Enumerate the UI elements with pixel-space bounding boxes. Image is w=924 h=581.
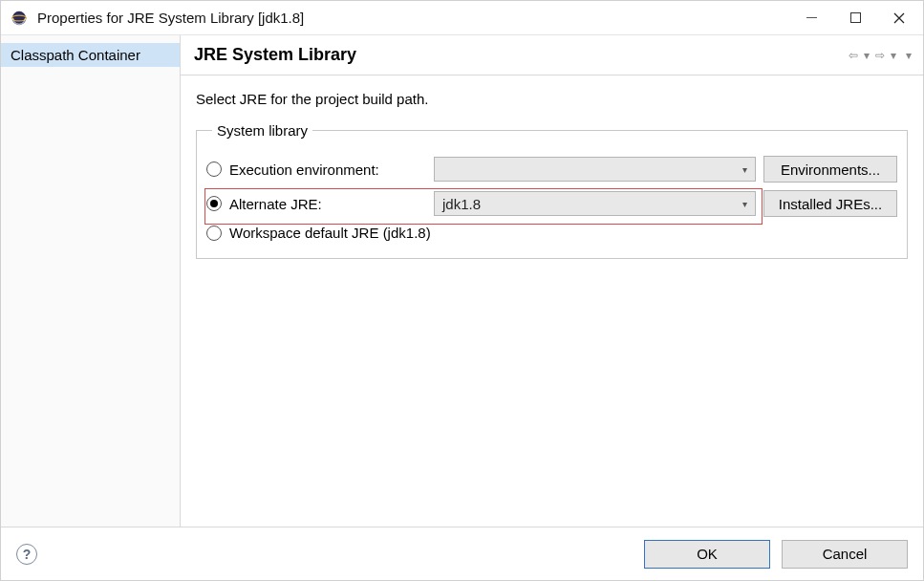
radio-execution-environment[interactable]: Execution environment: bbox=[206, 161, 426, 178]
help-icon[interactable]: ? bbox=[16, 544, 37, 565]
cancel-button[interactable]: Cancel bbox=[782, 540, 908, 569]
minimize-button[interactable] bbox=[789, 4, 833, 32]
combo-alternate-jre[interactable]: jdk1.8 ▾ bbox=[434, 191, 756, 216]
svg-point-0 bbox=[12, 11, 26, 24]
forward-icon[interactable]: ⇨ bbox=[875, 49, 885, 62]
window-title: Properties for JRE System Library [jdk1.… bbox=[37, 10, 304, 26]
eclipse-icon bbox=[11, 10, 28, 27]
row-workspace-default: Workspace default JRE (jdk1.8) bbox=[206, 221, 897, 245]
radio-label: Workspace default JRE (jdk1.8) bbox=[229, 225, 431, 241]
properties-dialog: Properties for JRE System Library [jdk1.… bbox=[0, 0, 924, 581]
chevron-down-icon: ▾ bbox=[742, 199, 747, 209]
back-icon[interactable]: ⇦ bbox=[849, 49, 858, 62]
sidebar: Classpath Container bbox=[1, 35, 181, 527]
row-execution-environment: Execution environment: ▾ Environments... bbox=[206, 152, 897, 186]
header-toolbar: ⇦ ▾ ⇨ ▾ ▾ bbox=[849, 49, 912, 62]
radio-icon bbox=[206, 226, 222, 241]
sidebar-item-classpath-container[interactable]: Classpath Container bbox=[1, 43, 180, 67]
radio-icon bbox=[206, 161, 222, 177]
row-alternate-jre: Alternate JRE: jdk1.8 ▾ Installed JREs..… bbox=[206, 186, 897, 221]
installed-jres-button[interactable]: Installed JREs... bbox=[763, 190, 897, 217]
radio-icon bbox=[206, 196, 222, 211]
close-button[interactable] bbox=[877, 4, 921, 32]
radio-workspace-default[interactable]: Workspace default JRE (jdk1.8) bbox=[206, 225, 897, 241]
maximize-button[interactable] bbox=[833, 4, 877, 32]
radio-alternate-jre[interactable]: Alternate JRE: bbox=[206, 196, 426, 212]
sidebar-item-label: Classpath Container bbox=[11, 47, 140, 63]
instruction-text: Select JRE for the project build path. bbox=[196, 91, 908, 107]
group-legend: System library bbox=[212, 122, 312, 139]
main-content: Select JRE for the project build path. S… bbox=[181, 75, 923, 527]
ok-button[interactable]: OK bbox=[644, 540, 770, 569]
radio-label: Alternate JRE: bbox=[229, 196, 322, 212]
combo-execution-environment[interactable]: ▾ bbox=[434, 157, 756, 182]
forward-menu-icon[interactable]: ▾ bbox=[891, 49, 896, 62]
system-library-group: System library Execution environment: ▾ … bbox=[196, 122, 908, 259]
main-header: JRE System Library ⇦ ▾ ⇨ ▾ ▾ bbox=[181, 35, 923, 75]
view-menu-icon[interactable]: ▾ bbox=[906, 49, 912, 62]
combo-value: jdk1.8 bbox=[442, 196, 481, 212]
main-panel: JRE System Library ⇦ ▾ ⇨ ▾ ▾ Select JRE … bbox=[181, 35, 923, 527]
footer: ? OK Cancel bbox=[1, 527, 923, 580]
radio-label: Execution environment: bbox=[229, 161, 379, 178]
titlebar: Properties for JRE System Library [jdk1.… bbox=[1, 1, 923, 35]
back-menu-icon[interactable]: ▾ bbox=[864, 49, 870, 62]
page-title: JRE System Library bbox=[194, 45, 849, 65]
chevron-down-icon: ▾ bbox=[742, 164, 747, 175]
environments-button[interactable]: Environments... bbox=[763, 156, 897, 183]
